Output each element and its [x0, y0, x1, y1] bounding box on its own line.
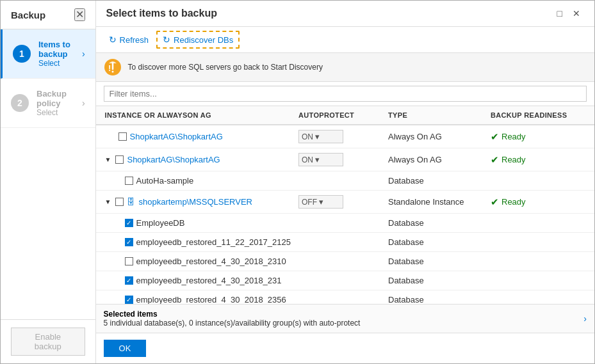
autoprotect-cell: [295, 219, 384, 228]
expand-arrow-icon[interactable]: ▼: [105, 156, 111, 163]
col-header-readiness: BACKUP READINESS: [487, 106, 589, 124]
table-row: ▼ ShopkartAG\ShopkartAG ON ▾ Always On A…: [96, 148, 594, 171]
readiness-cell: [487, 276, 589, 285]
svg-point-1: [111, 71, 113, 73]
readiness-cell: [487, 296, 589, 305]
autoprotect-cell: [295, 276, 384, 285]
enable-backup-button[interactable]: Enable backup: [11, 328, 85, 356]
type-cell: Database: [384, 214, 487, 232]
table-row: ✓ employeedb_restored_4_30_2018_231 Data…: [96, 271, 594, 290]
table-row: ✓ EmployeeDB Database: [96, 214, 594, 233]
step-2-number: 2: [11, 94, 29, 112]
autoprotect-dropdown[interactable]: OFF ▾: [298, 195, 343, 209]
ready-label: Ready: [501, 155, 526, 164]
instance-name: employeedb_restored_4_30_2018_2310: [136, 257, 286, 266]
table-row: ✓ employeedb_restored_11_22_2017_2125 Da…: [96, 233, 594, 252]
discovery-warning-icon: !: [104, 58, 122, 76]
table-body: ShopkartAG\ShopkartAG ON ▾ Always On AG …: [96, 125, 594, 304]
step-1-label: Items to backup: [38, 40, 82, 59]
left-panel: Backup ✕ 1 Items to backup Select › 2 Ba…: [1, 1, 96, 363]
instance-name: EmployeeDB: [136, 218, 185, 228]
readiness-cell: [487, 257, 589, 266]
table-container: INSTANCE OR ALWAYSON AG AUTOPROTECT TYPE…: [96, 106, 594, 333]
autoprotect-cell: ON ▾: [295, 125, 384, 148]
row-checkbox[interactable]: [125, 177, 133, 185]
step-1-sub: Select: [38, 59, 82, 68]
rediscover-label: Rediscover DBs: [174, 35, 233, 45]
toolbar: ↻ Refresh ↻ Rediscover DBs: [96, 27, 594, 53]
autoprotect-dropdown[interactable]: ON ▾: [298, 153, 343, 166]
col-header-autoprotect: AUTOPROTECT: [295, 106, 384, 124]
ok-button[interactable]: OK: [104, 340, 147, 357]
left-close-button[interactable]: ✕: [74, 8, 85, 21]
row-checkbox[interactable]: [115, 198, 124, 206]
autoprotect-cell: [295, 257, 384, 266]
window-controls: □ ✕: [553, 7, 584, 20]
ready-badge: ✔ Ready: [491, 154, 526, 166]
step-2-label: Backup policy: [37, 89, 82, 108]
left-panel-title: Backup: [11, 10, 45, 20]
instance-name-link[interactable]: shopkartemp\MSSQLSERVER: [138, 197, 252, 207]
refresh-label: Refresh: [120, 35, 149, 45]
ready-icon: ✔: [491, 131, 499, 143]
table-row: AutoHa-sample Database: [96, 171, 594, 191]
close-button[interactable]: ✕: [569, 7, 584, 20]
ready-label: Ready: [501, 197, 526, 207]
ready-icon: ✔: [491, 196, 499, 208]
readiness-cell: [487, 177, 589, 186]
row-checkbox[interactable]: [115, 155, 124, 164]
status-arrow-icon[interactable]: ›: [583, 313, 587, 324]
instance-cell: employeedb_restored_4_30_2018_2310: [101, 252, 295, 271]
status-bar: Selected items 5 individual database(s),…: [96, 304, 594, 333]
refresh-button[interactable]: ↻ Refresh: [104, 32, 154, 47]
instance-cell: ▼ 🗄 shopkartemp\MSSQLSERVER: [101, 193, 295, 211]
status-detail: 5 individual database(s), 0 instance(s)/…: [104, 319, 361, 328]
autoprotect-dropdown[interactable]: ON ▾: [298, 130, 343, 143]
right-footer: OK: [96, 333, 594, 363]
type-cell: Standalone Instance: [384, 193, 487, 211]
right-header: Select items to backup □ ✕: [96, 1, 594, 27]
rediscover-icon: ↻: [163, 35, 170, 45]
instance-cell: ✓ employeedb_restored_4_30_2018_2356: [101, 290, 295, 304]
status-label: Selected items: [104, 310, 361, 319]
step-2-item[interactable]: 2 Backup policy Select ›: [1, 79, 95, 128]
step-2-chevron-icon: ›: [82, 98, 85, 108]
step-1-item[interactable]: 1 Items to backup Select ›: [1, 29, 95, 79]
readiness-cell: ✔ Ready: [487, 192, 589, 212]
row-checkbox[interactable]: ✓: [125, 276, 133, 285]
col-header-type: TYPE: [384, 106, 487, 124]
refresh-icon: ↻: [109, 35, 117, 45]
instance-cell: ShopkartAG\ShopkartAG: [101, 127, 295, 146]
autoprotect-cell: [295, 296, 384, 305]
expand-arrow-icon[interactable]: ▼: [105, 198, 111, 205]
instance-cell: ✓ EmployeeDB: [101, 214, 295, 232]
row-checkbox[interactable]: [118, 132, 127, 141]
instance-name-link[interactable]: ShopkartAG\ShopkartAG: [130, 132, 223, 141]
row-checkbox[interactable]: ✓: [125, 219, 133, 227]
row-checkbox[interactable]: ✓: [125, 238, 133, 246]
instance-name: AutoHa-sample: [136, 176, 194, 186]
row-checkbox[interactable]: ✓: [125, 296, 133, 304]
discovery-banner: ! To discover more SQL servers go back t…: [96, 53, 594, 82]
type-cell: Database: [384, 233, 487, 251]
col-header-instance: INSTANCE OR ALWAYSON AG: [101, 106, 295, 124]
type-cell: Database: [384, 271, 487, 290]
steps-list: 1 Items to backup Select › 2 Backup poli…: [1, 29, 95, 319]
left-panel-footer: Enable backup: [1, 319, 95, 363]
right-panel: Select items to backup □ ✕ ↻ Refresh ↻ R…: [96, 1, 594, 363]
autoprotect-cell: ON ▾: [295, 148, 384, 171]
instance-name-link[interactable]: ShopkartAG\ShopkartAG: [127, 155, 220, 164]
ready-badge: ✔ Ready: [491, 131, 526, 143]
instance-name: employeedb_restored_11_22_2017_2125: [136, 237, 291, 247]
readiness-cell: ✔ Ready: [487, 150, 589, 170]
row-checkbox[interactable]: [125, 257, 133, 265]
ready-icon: ✔: [491, 154, 499, 166]
autoprotect-cell: [295, 238, 384, 247]
table-row: employeedb_restored_4_30_2018_2310 Datab…: [96, 252, 594, 271]
maximize-button[interactable]: □: [553, 7, 566, 20]
rediscover-dbs-button[interactable]: ↻ Rediscover DBs: [156, 31, 240, 49]
svg-text:!: !: [108, 63, 111, 73]
left-panel-header: Backup ✕: [1, 1, 95, 29]
step-1-info: Items to backup Select: [38, 40, 82, 68]
filter-input[interactable]: [104, 86, 587, 102]
